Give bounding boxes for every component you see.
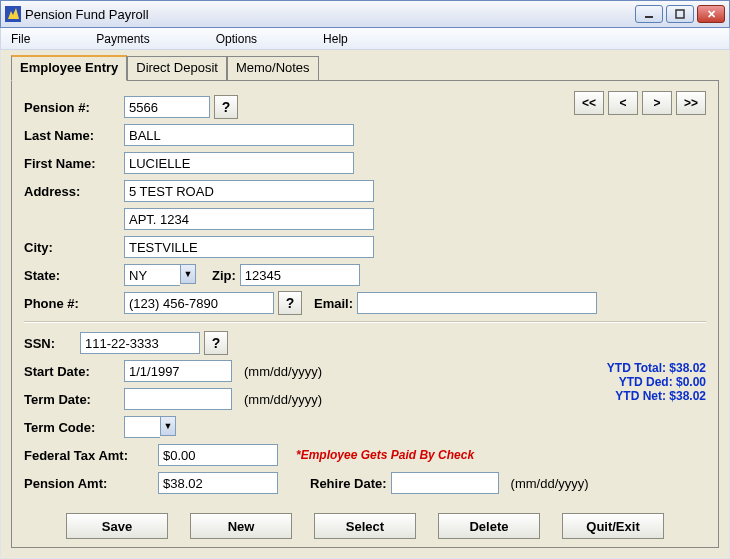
tab-panel-employee-entry: << < > >> Pension #: ? Last Name: First … — [11, 80, 719, 548]
label-term-date: Term Date: — [24, 392, 120, 407]
menu-file[interactable]: File — [7, 32, 42, 46]
address2-input[interactable] — [124, 208, 374, 230]
phone-lookup-button[interactable]: ? — [278, 291, 302, 315]
svg-rect-2 — [676, 10, 684, 18]
nav-first-button[interactable]: << — [574, 91, 604, 115]
paid-by-check-note: *Employee Gets Paid By Check — [296, 448, 474, 462]
label-email: Email: — [314, 296, 353, 311]
ytd-ded-label: YTD Ded: $0.00 — [619, 375, 706, 389]
pension-num-lookup-button[interactable]: ? — [214, 95, 238, 119]
window-controls: ✕ — [635, 5, 725, 23]
term-code-select[interactable] — [124, 416, 160, 438]
app-icon — [5, 6, 21, 22]
select-button[interactable]: Select — [314, 513, 416, 539]
pension-num-input[interactable] — [124, 96, 210, 118]
minimize-button[interactable] — [635, 5, 663, 23]
label-pension-num: Pension #: — [24, 100, 120, 115]
address1-input[interactable] — [124, 180, 374, 202]
save-button[interactable]: Save — [66, 513, 168, 539]
state-dropdown-icon[interactable]: ▼ — [180, 264, 196, 284]
section-divider — [24, 321, 706, 323]
email-input[interactable] — [357, 292, 597, 314]
label-pension-amt: Pension Amt: — [24, 476, 154, 491]
label-zip: Zip: — [212, 268, 236, 283]
phone-input[interactable] — [124, 292, 274, 314]
zip-input[interactable] — [240, 264, 360, 286]
menu-bar: File Payments Options Help — [0, 28, 730, 50]
term-code-dropdown-icon[interactable]: ▼ — [160, 416, 176, 436]
label-address: Address: — [24, 184, 120, 199]
label-phone: Phone #: — [24, 296, 120, 311]
first-name-input[interactable] — [124, 152, 354, 174]
tab-strip: Employee Entry Direct Deposit Memo/Notes — [11, 56, 719, 80]
tab-direct-deposit[interactable]: Direct Deposit — [127, 56, 227, 80]
city-input[interactable] — [124, 236, 374, 258]
ssn-input[interactable] — [80, 332, 200, 354]
title-bar: Pension Fund Payroll ✕ — [0, 0, 730, 28]
nav-last-button[interactable]: >> — [676, 91, 706, 115]
menu-payments[interactable]: Payments — [92, 32, 161, 46]
start-date-format-hint: (mm/dd/yyyy) — [244, 364, 322, 379]
label-last-name: Last Name: — [24, 128, 120, 143]
client-area: Employee Entry Direct Deposit Memo/Notes… — [0, 50, 730, 559]
new-button[interactable]: New — [190, 513, 292, 539]
term-date-input[interactable] — [124, 388, 232, 410]
start-date-input[interactable] — [124, 360, 232, 382]
label-first-name: First Name: — [24, 156, 120, 171]
delete-button[interactable]: Delete — [438, 513, 540, 539]
maximize-button[interactable] — [666, 5, 694, 23]
ssn-lookup-button[interactable]: ? — [204, 331, 228, 355]
button-bar: Save New Select Delete Quit/Exit — [12, 513, 718, 539]
nav-next-button[interactable]: > — [642, 91, 672, 115]
svg-rect-0 — [5, 6, 21, 22]
rehire-date-format-hint: (mm/dd/yyyy) — [511, 476, 589, 491]
term-date-format-hint: (mm/dd/yyyy) — [244, 392, 322, 407]
menu-help[interactable]: Help — [319, 32, 360, 46]
nav-buttons: << < > >> — [574, 91, 706, 115]
label-start-date: Start Date: — [24, 364, 120, 379]
label-fed-tax: Federal Tax Amt: — [24, 448, 154, 463]
state-select[interactable] — [124, 264, 180, 286]
window-title: Pension Fund Payroll — [25, 7, 635, 22]
last-name-input[interactable] — [124, 124, 354, 146]
label-city: City: — [24, 240, 120, 255]
label-rehire-date: Rehire Date: — [310, 476, 387, 491]
nav-prev-button[interactable]: < — [608, 91, 638, 115]
pension-amt-input[interactable] — [158, 472, 278, 494]
menu-options[interactable]: Options — [212, 32, 269, 46]
quit-button[interactable]: Quit/Exit — [562, 513, 664, 539]
tab-employee-entry[interactable]: Employee Entry — [11, 55, 127, 81]
label-term-code: Term Code: — [24, 420, 120, 435]
rehire-date-input[interactable] — [391, 472, 499, 494]
ytd-net-label: YTD Net: $38.02 — [615, 389, 706, 403]
close-button[interactable]: ✕ — [697, 5, 725, 23]
tab-memo-notes[interactable]: Memo/Notes — [227, 56, 319, 80]
ytd-total-label: YTD Total: $38.02 — [607, 361, 706, 375]
fed-tax-input[interactable] — [158, 444, 278, 466]
label-ssn: SSN: — [24, 336, 76, 351]
label-state: State: — [24, 268, 120, 283]
